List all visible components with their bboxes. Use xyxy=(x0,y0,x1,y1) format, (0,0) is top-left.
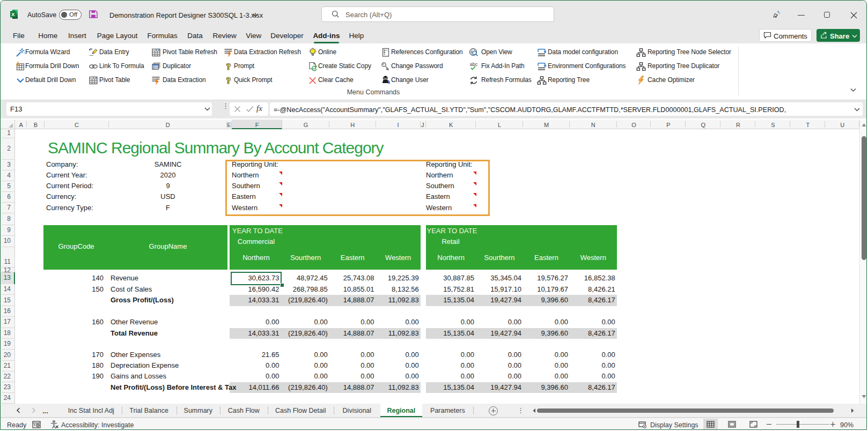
svg-text:X: X xyxy=(11,11,15,17)
svg-text:abc: abc xyxy=(470,62,478,67)
svg-text:?: ? xyxy=(226,62,231,71)
svg-text:?: ? xyxy=(226,76,231,85)
